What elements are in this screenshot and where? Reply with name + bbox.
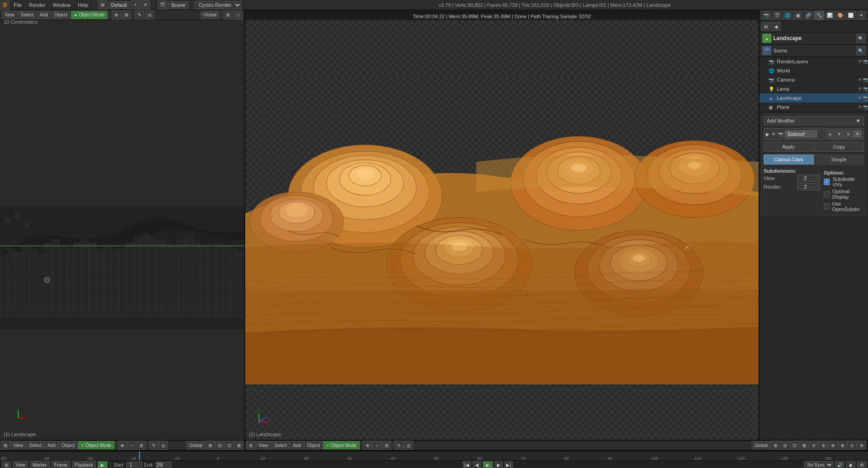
scene-color-icon[interactable]: 🎬	[762, 46, 771, 55]
subsurf-up-icon[interactable]: ▲	[826, 130, 834, 138]
end-frame-input[interactable]	[155, 462, 171, 468]
jump-end-btn[interactable]: ▶|	[505, 461, 513, 468]
render-engine-select[interactable]: Cycles Render	[195, 1, 242, 9]
right-tb-object[interactable]: Object	[304, 441, 323, 449]
right-tb-add[interactable]: Add	[290, 441, 304, 449]
prev-frame-btn[interactable]: ◀	[473, 461, 481, 468]
audio-icon[interactable]: 🔊	[835, 460, 844, 468]
start-frame-input[interactable]	[126, 462, 142, 468]
props-nav-icon[interactable]: ◀	[771, 22, 780, 31]
center-render-viewport[interactable]: Time:00:04.22 | Mem:35.89M, Peak:35.89M …	[245, 10, 759, 441]
left-mode-btn[interactable]: ● Object Mode	[71, 11, 108, 19]
optimal-display-checkbox[interactable]	[824, 191, 830, 197]
outliner-renderlayers[interactable]: 📷 RenderLayers 👁 📷	[760, 57, 868, 66]
right-tb-draw[interactable]: ✎	[394, 441, 403, 450]
timeline-icon[interactable]: ⊞	[2, 460, 11, 468]
left-tb-g1[interactable]: ⊞	[206, 441, 215, 450]
left-viewport[interactable]: View Select Add Object ● Object Mode ⊕ ⊞…	[0, 10, 245, 441]
subsurf-close-icon[interactable]: ✕	[853, 130, 862, 138]
outliner-world[interactable]: 🌐 World	[760, 66, 868, 75]
timeline-playback-menu[interactable]: Playback	[72, 461, 96, 468]
timeline-view-menu[interactable]: View	[13, 461, 28, 468]
left-pivot-icon[interactable]: ⊕	[112, 10, 121, 20]
subsurf-name-input[interactable]	[785, 130, 817, 138]
left-tb-proportional[interactable]: ◎	[159, 441, 168, 450]
left-tb-transform[interactable]: ↔	[127, 441, 136, 450]
left-view-menu[interactable]: View	[2, 11, 17, 19]
right-tb-proportional[interactable]: ◎	[404, 441, 413, 450]
right-tb-g3[interactable]: ⊡	[790, 441, 799, 450]
object-color-icon[interactable]: ▲	[762, 34, 771, 43]
left-tb-pivot[interactable]: ⊕	[118, 441, 127, 450]
render-subdiv-input[interactable]	[797, 183, 820, 190]
left-tb-add[interactable]: Add	[45, 441, 58, 449]
right-tb-g10[interactable]: ⊚	[857, 441, 866, 450]
constraints-icon[interactable]: 🔗	[804, 11, 813, 20]
use-opensubdiv-label[interactable]: Use OpenSubdiv	[832, 201, 864, 212]
remove-screen-icon[interactable]: ✕	[141, 0, 150, 10]
left-wire-icon[interactable]: □	[233, 10, 243, 20]
right-tb-transform[interactable]: ↔	[372, 441, 382, 450]
data-props-icon[interactable]: 📊	[825, 11, 834, 20]
left-tb-global[interactable]: Global	[186, 441, 205, 449]
left-tb-snap[interactable]: ⊞	[137, 441, 146, 450]
left-tb-view[interactable]: View	[10, 441, 26, 449]
timeline-marker-menu[interactable]: Marker	[30, 461, 50, 468]
right-tb-icon[interactable]: ⊞	[246, 441, 255, 450]
copy-button[interactable]: Copy	[814, 142, 864, 152]
left-tb-mode[interactable]: ● Object Mode	[78, 441, 114, 449]
left-grid-icon[interactable]: ⊞	[223, 10, 232, 20]
render-props-icon[interactable]: 📷	[761, 11, 771, 20]
left-tb-select[interactable]: Select	[26, 441, 45, 449]
props-view-icon[interactable]: ⊞	[761, 22, 770, 31]
simple-tab[interactable]: Simple	[814, 154, 864, 165]
use-opensubdiv-checkbox[interactable]	[824, 203, 829, 210]
scene-search-icon[interactable]: 🔍	[856, 46, 865, 55]
left-add-menu[interactable]: Add	[37, 11, 51, 19]
add-modifier-button[interactable]: Add Modifier ▼	[764, 116, 864, 125]
apply-button[interactable]: Apply	[764, 142, 813, 152]
subsurf-copy-icon[interactable]: ⊕	[844, 130, 852, 138]
outliner-plane[interactable]: ▣ Plane 👁 📷	[760, 103, 868, 112]
material-props-icon[interactable]: 🎨	[835, 11, 845, 20]
left-object-menu[interactable]: Object	[52, 11, 70, 19]
screen-layout-icon[interactable]: ⊞	[98, 0, 107, 10]
right-tb-view[interactable]: View	[256, 441, 271, 449]
optimal-display-label[interactable]: Optimal Display	[832, 189, 864, 200]
play-icon[interactable]: ▶	[98, 461, 108, 468]
scene-name[interactable]: Scene	[168, 1, 188, 9]
right-tb-g6[interactable]: ⊛	[819, 441, 828, 450]
screen-name[interactable]: Default	[108, 1, 130, 9]
timeline-options-icon[interactable]: ⚙	[857, 460, 866, 468]
right-tb-g9[interactable]: ⊙	[847, 441, 857, 450]
subsurf-visibility-icon[interactable]: 👁	[771, 132, 776, 137]
outliner-landscape[interactable]: ▲ Landscape 👁 📷	[760, 93, 868, 103]
catmull-clark-tab[interactable]: Catmul-Clark	[764, 154, 814, 165]
left-snap-icon[interactable]: ⊞	[122, 10, 131, 20]
modifier-props-icon[interactable]: 🔧	[814, 11, 824, 20]
subdivide-uvs-checkbox[interactable]: ✓	[824, 179, 830, 185]
timeline-frame-menu[interactable]: Frame	[52, 461, 70, 468]
menu-file[interactable]: File	[10, 0, 26, 10]
world-props-icon[interactable]: 🌐	[782, 11, 792, 20]
right-tb-select[interactable]: Select	[272, 441, 290, 449]
right-tb-g5[interactable]: ⊘	[809, 441, 818, 450]
left-select-menu[interactable]: Select	[18, 11, 36, 19]
texture-props-icon[interactable]: ⬜	[846, 11, 856, 20]
play-btn[interactable]: ▶	[483, 461, 493, 468]
subdivide-uvs-label[interactable]: Subdivide UVs	[832, 176, 864, 187]
left-tb-object[interactable]: Object	[59, 441, 78, 449]
left-tb-icon[interactable]: ⊞	[1, 441, 10, 450]
right-tb-pivot[interactable]: ⊕	[363, 441, 372, 450]
sync-select[interactable]: No Sync	[804, 461, 833, 468]
left-tb-draw[interactable]: ✎	[149, 441, 158, 450]
scene-icon[interactable]: 🎬	[158, 0, 167, 10]
next-frame-btn[interactable]: ▶	[495, 461, 503, 468]
left-proportional-icon[interactable]: ◎	[145, 10, 154, 20]
scene-props-icon[interactable]: 🎬	[772, 11, 781, 20]
particles-icon[interactable]: ✦	[857, 11, 866, 20]
right-tb-g7[interactable]: ⊕	[828, 441, 837, 450]
menu-help[interactable]: Help	[74, 0, 92, 10]
timeline-ruler[interactable]: -50 -40 -30 -20 -10 0 10 20 30 40 50 60 …	[0, 452, 868, 461]
right-tb-global[interactable]: Global	[752, 441, 770, 449]
